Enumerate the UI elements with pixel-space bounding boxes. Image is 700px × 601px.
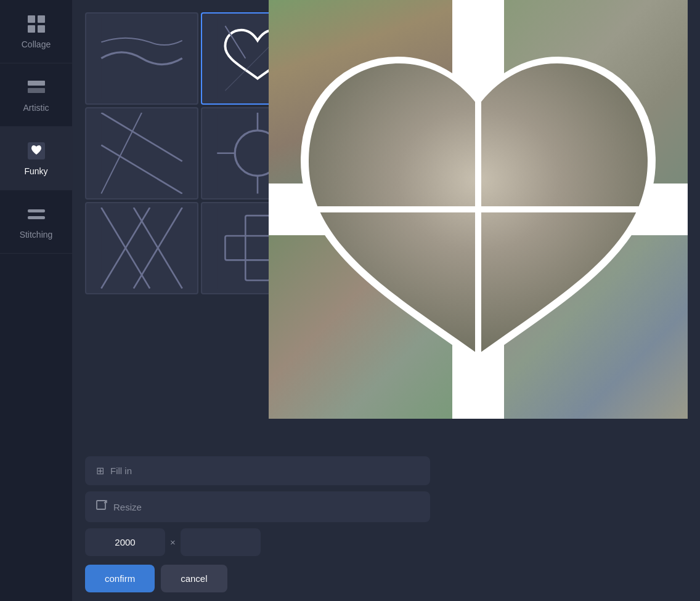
svg-rect-8 — [28, 216, 45, 219]
bottom-panel: ⊞ Fill in Resize 2000 × confirm cancel — [73, 448, 442, 601]
resize-label: Resize — [113, 502, 142, 512]
resize-icon — [96, 500, 107, 514]
sidebar-item-label: Artistic — [23, 103, 49, 113]
artistic-icon — [26, 77, 47, 98]
action-buttons: confirm cancel — [85, 565, 430, 592]
svg-rect-5 — [28, 88, 45, 93]
collage-icon — [26, 14, 47, 34]
fill-in-label: Fill in — [110, 466, 132, 476]
svg-rect-47 — [269, 206, 688, 212]
dimensions-separator: × — [170, 537, 176, 547]
sidebar-item-collage[interactable]: Collage — [0, 0, 72, 63]
sidebar: Collage Artistic Funky Stitching — [0, 0, 73, 601]
svg-rect-46 — [475, 0, 481, 419]
fill-icon: ⊞ — [96, 465, 104, 477]
collage-overlay — [269, 0, 700, 431]
sidebar-item-stitching[interactable]: Stitching — [0, 190, 72, 254]
template-cell-7[interactable] — [85, 202, 198, 294]
funky-icon — [26, 140, 47, 161]
svg-rect-2 — [28, 25, 35, 33]
svg-rect-3 — [38, 25, 45, 33]
stitching-icon — [26, 204, 47, 225]
svg-rect-7 — [28, 209, 45, 212]
sidebar-item-label: Funky — [24, 166, 47, 176]
template-cell-4[interactable] — [85, 107, 198, 200]
width-input[interactable]: 2000 — [85, 528, 165, 556]
fill-in-row[interactable]: ⊞ Fill in — [85, 456, 430, 485]
height-input[interactable] — [181, 528, 261, 556]
dimensions-row: 2000 × — [85, 528, 430, 556]
template-cell-1[interactable] — [85, 12, 198, 105]
sidebar-item-artistic[interactable]: Artistic — [0, 63, 72, 127]
resize-row[interactable]: Resize — [85, 491, 430, 522]
svg-rect-43 — [97, 501, 105, 509]
sidebar-item-label: Collage — [22, 39, 51, 49]
svg-rect-0 — [28, 15, 35, 23]
cancel-button[interactable]: cancel — [161, 565, 227, 592]
sidebar-item-funky[interactable]: Funky — [0, 127, 72, 190]
svg-rect-4 — [28, 81, 45, 86]
sidebar-item-label: Stitching — [20, 230, 53, 240]
confirm-button[interactable]: confirm — [85, 565, 155, 592]
svg-rect-1 — [38, 15, 45, 23]
